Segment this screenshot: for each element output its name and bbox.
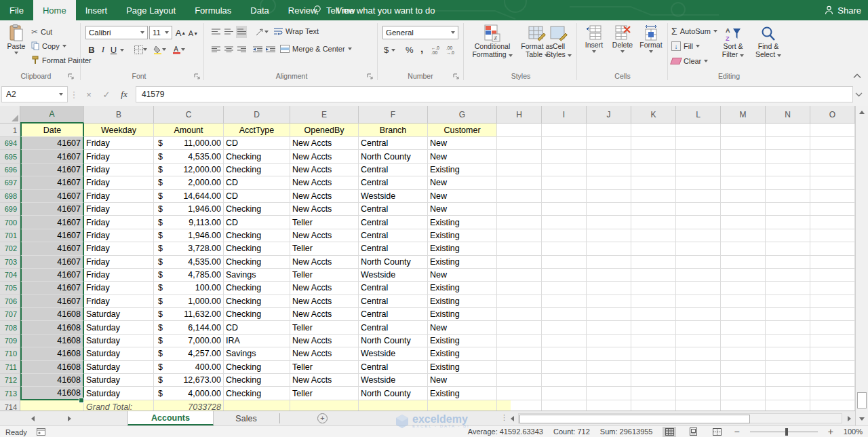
cell-O702[interactable]	[810, 242, 855, 255]
cell-J704[interactable]	[587, 269, 631, 282]
cell-M698[interactable]	[721, 190, 766, 203]
cell-D708[interactable]: CD	[224, 321, 290, 334]
align-bottom-button[interactable]	[236, 26, 247, 38]
cell-H708[interactable]	[497, 321, 542, 334]
cell-C698[interactable]: $14,644.00	[154, 190, 224, 203]
cell-M694[interactable]	[721, 137, 766, 150]
column-header-A[interactable]: A	[20, 106, 84, 124]
cell-N710[interactable]	[766, 347, 810, 360]
italic-button[interactable]: I	[99, 43, 107, 56]
cell-A699[interactable]: 41607	[20, 203, 84, 216]
cell-L707[interactable]	[676, 308, 721, 321]
cell-E1[interactable]: OpenedBy	[290, 124, 359, 137]
cell-G706[interactable]: Existing	[428, 295, 497, 308]
cell-A714[interactable]	[20, 400, 84, 411]
row-header-698[interactable]: 698	[0, 190, 20, 203]
cell-J713[interactable]	[587, 387, 631, 400]
cell-G696[interactable]: Existing	[428, 164, 497, 176]
cell-K713[interactable]	[631, 387, 676, 400]
cell-A1[interactable]: Date	[20, 124, 84, 137]
cell-O711[interactable]	[810, 361, 855, 374]
cell-I694[interactable]	[542, 137, 587, 150]
row-header-1[interactable]: 1	[0, 124, 20, 137]
cell-D701[interactable]: Checking	[224, 229, 290, 242]
cell-H699[interactable]	[497, 203, 542, 216]
cell-O709[interactable]	[810, 335, 855, 347]
cell-C701[interactable]: $1,946.00	[154, 229, 224, 242]
cell-C708[interactable]: $6,144.00	[154, 321, 224, 334]
column-header-E[interactable]: E	[290, 106, 359, 124]
cell-C1[interactable]: Amount	[154, 124, 224, 137]
cell-D697[interactable]: CD	[224, 176, 290, 189]
column-header-D[interactable]: D	[224, 106, 290, 124]
cell-J712[interactable]	[587, 374, 631, 387]
cell-E702[interactable]: Teller	[290, 242, 359, 255]
status-average[interactable]: Average: 41592.63343	[468, 428, 543, 436]
cell-H711[interactable]	[497, 361, 542, 374]
cell-E714[interactable]	[290, 400, 359, 411]
decrease-indent-button[interactable]	[252, 43, 263, 56]
cell-K706[interactable]	[631, 295, 676, 308]
cell-C706[interactable]: $1,000.00	[154, 295, 224, 308]
cell-F697[interactable]: Central	[359, 176, 428, 189]
cell-F710[interactable]: Westside	[359, 347, 428, 360]
cell-D714[interactable]	[224, 400, 290, 411]
cell-O701[interactable]	[810, 229, 855, 242]
cell-E713[interactable]: Teller	[290, 387, 359, 400]
cell-D700[interactable]: CD	[224, 216, 290, 229]
cell-E707[interactable]: New Accts	[290, 308, 359, 321]
cell-G709[interactable]: Existing	[428, 335, 497, 347]
horizontal-scrollbar[interactable]	[518, 413, 842, 423]
cell-M699[interactable]	[721, 203, 766, 216]
paste-button[interactable]: Paste	[4, 24, 28, 68]
cell-I712[interactable]	[542, 374, 587, 387]
cell-M1[interactable]	[721, 124, 766, 137]
cell-C696[interactable]: $12,000.00	[154, 164, 224, 176]
cell-G712[interactable]: New	[428, 374, 497, 387]
font-dialog-launcher[interactable]	[194, 73, 201, 80]
align-top-button[interactable]	[210, 26, 221, 38]
row-header-700[interactable]: 700	[0, 216, 20, 229]
cell-A700[interactable]: 41607	[20, 216, 84, 229]
cell-E695[interactable]: New Accts	[290, 150, 359, 163]
cell-L709[interactable]	[676, 335, 721, 347]
cell-N711[interactable]	[766, 361, 810, 374]
cell-K703[interactable]	[631, 256, 676, 269]
cell-J697[interactable]	[587, 176, 631, 189]
cell-J710[interactable]	[587, 347, 631, 360]
cell-E703[interactable]: New Accts	[290, 256, 359, 269]
increase-indent-button[interactable]	[265, 43, 276, 56]
cell-O700[interactable]	[810, 216, 855, 229]
cell-H707[interactable]	[497, 308, 542, 321]
cell-O707[interactable]	[810, 308, 855, 321]
merge-center-button[interactable]: Merge & Center	[280, 45, 352, 53]
cell-D706[interactable]: Checking	[224, 295, 290, 308]
row-header-709[interactable]: 709	[0, 335, 20, 347]
cell-I1[interactable]	[542, 124, 587, 137]
cell-N707[interactable]	[766, 308, 810, 321]
cell-G702[interactable]: Existing	[428, 242, 497, 255]
cell-H703[interactable]	[497, 256, 542, 269]
cell-B705[interactable]: Friday	[84, 282, 154, 294]
cell-F1[interactable]: Branch	[359, 124, 428, 137]
cell-styles-button[interactable]: Cell Styles	[542, 24, 575, 69]
cell-B703[interactable]: Friday	[84, 256, 154, 269]
fill-color-button[interactable]	[152, 43, 167, 56]
fill-button[interactable]: ↓ Fill	[671, 41, 700, 51]
cell-F695[interactable]: North County	[359, 150, 428, 163]
cell-O698[interactable]	[810, 190, 855, 203]
cell-H713[interactable]	[497, 387, 542, 400]
cell-B700[interactable]: Friday	[84, 216, 154, 229]
decrease-font-size-button[interactable]: A▼	[188, 26, 199, 40]
vertical-scrollbar-thumb[interactable]	[857, 392, 867, 408]
row-header-694[interactable]: 694	[0, 137, 20, 150]
status-sum[interactable]: Sum: 29613955	[600, 428, 653, 436]
cell-C705[interactable]: $100.00	[154, 282, 224, 294]
cell-I701[interactable]	[542, 229, 587, 242]
cell-B695[interactable]: Friday	[84, 150, 154, 163]
cell-I707[interactable]	[542, 308, 587, 321]
cell-D711[interactable]: Checking	[224, 361, 290, 374]
cell-N703[interactable]	[766, 256, 810, 269]
cell-O696[interactable]	[810, 164, 855, 176]
cell-K699[interactable]	[631, 203, 676, 216]
